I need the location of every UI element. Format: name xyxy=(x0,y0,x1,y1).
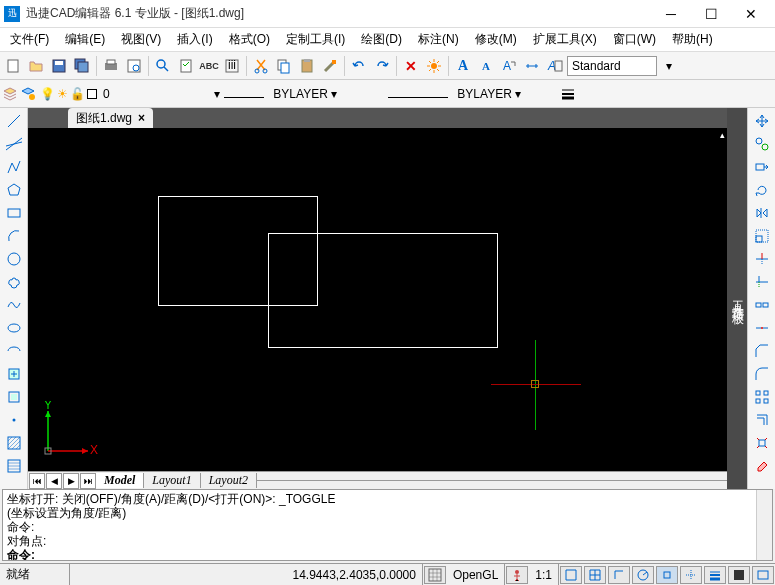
gradient-tool[interactable] xyxy=(3,455,25,477)
move-tool[interactable] xyxy=(751,110,773,132)
tab-nav-last[interactable]: ⏭ xyxy=(80,473,96,489)
polyline-tool[interactable] xyxy=(3,156,25,178)
ellipse-tool[interactable] xyxy=(3,317,25,339)
text-style-button[interactable]: A xyxy=(498,55,520,77)
model-tab[interactable]: Model xyxy=(96,473,144,488)
ortho-toggle[interactable] xyxy=(608,566,630,584)
trim-tool[interactable] xyxy=(751,248,773,270)
status-renderer[interactable]: OpenGL xyxy=(447,564,505,585)
extend-tool[interactable] xyxy=(751,271,773,293)
command-scrollbar[interactable] xyxy=(756,490,772,560)
menu-window[interactable]: 窗口(W) xyxy=(607,29,662,50)
mtext-button[interactable]: A xyxy=(544,55,566,77)
join-tool[interactable] xyxy=(751,317,773,339)
explode-button[interactable] xyxy=(423,55,445,77)
minimize-button[interactable]: ─ xyxy=(651,0,691,28)
menu-insert[interactable]: 插入(I) xyxy=(171,29,218,50)
ellipse-arc-tool[interactable] xyxy=(3,340,25,362)
menu-annotate[interactable]: 标注(N) xyxy=(412,29,465,50)
offset-tool[interactable] xyxy=(751,409,773,431)
mirror-tool[interactable] xyxy=(751,202,773,224)
open-file-button[interactable] xyxy=(25,55,47,77)
print-preview-button[interactable] xyxy=(123,55,145,77)
line-tool[interactable] xyxy=(3,110,25,132)
erase-tool[interactable] xyxy=(751,455,773,477)
array-tool[interactable] xyxy=(751,386,773,408)
arc-tool[interactable] xyxy=(3,225,25,247)
revcloud-tool[interactable] xyxy=(3,271,25,293)
match-props-button[interactable] xyxy=(319,55,341,77)
chamfer-tool[interactable] xyxy=(751,340,773,362)
layer-manager-button[interactable] xyxy=(2,86,18,102)
erase-button[interactable]: ✕ xyxy=(400,55,422,77)
snap-grid-button[interactable] xyxy=(424,566,446,584)
stretch-tool[interactable] xyxy=(751,156,773,178)
menu-extend-tool[interactable]: 扩展工具(X) xyxy=(527,29,603,50)
tablet-toggle[interactable] xyxy=(752,566,774,584)
text-aa-button[interactable]: A xyxy=(475,55,497,77)
polygon-tool[interactable] xyxy=(3,179,25,201)
copy-button[interactable] xyxy=(273,55,295,77)
redo-button[interactable] xyxy=(371,55,393,77)
polar-toggle[interactable] xyxy=(632,566,654,584)
rectangle-tool[interactable] xyxy=(3,202,25,224)
fillet-tool[interactable] xyxy=(751,363,773,385)
document-tab[interactable]: 图纸1.dwg × xyxy=(68,108,153,129)
menu-custom-tool[interactable]: 定制工具(I) xyxy=(280,29,351,50)
paste-button[interactable] xyxy=(296,55,318,77)
linetype-combo[interactable]: BYLAYER ▾ xyxy=(224,87,384,101)
spell-check-button[interactable]: ABC xyxy=(198,55,220,77)
layout2-tab[interactable]: Layout2 xyxy=(201,473,257,488)
tool-palette-panel[interactable]: 工具选项板 xyxy=(727,108,747,489)
grid-toggle[interactable] xyxy=(584,566,606,584)
text-style-combo[interactable]: Standard xyxy=(567,56,657,76)
command-text[interactable]: 坐标打开: 关闭(OFF)/角度(A)/距离(D)/<打开(ON)>: _TOG… xyxy=(3,490,756,560)
tab-nav-first[interactable]: ⏮ xyxy=(29,473,45,489)
menu-help[interactable]: 帮助(H) xyxy=(666,29,719,50)
menu-edit[interactable]: 编辑(E) xyxy=(59,29,111,50)
menu-modify[interactable]: 修改(M) xyxy=(469,29,523,50)
print-button[interactable] xyxy=(100,55,122,77)
cut-button[interactable] xyxy=(250,55,272,77)
snap-toggle[interactable] xyxy=(560,566,582,584)
lineweight-toggle-button[interactable] xyxy=(560,86,576,102)
close-button[interactable]: ✕ xyxy=(731,0,771,28)
lwt-toggle[interactable] xyxy=(704,566,726,584)
new-file-button[interactable] xyxy=(2,55,24,77)
xline-tool[interactable] xyxy=(3,133,25,155)
otrack-toggle[interactable] xyxy=(680,566,702,584)
undo-button[interactable] xyxy=(348,55,370,77)
rotate-tool[interactable] xyxy=(751,179,773,201)
menu-file[interactable]: 文件(F) xyxy=(4,29,55,50)
tab-nav-prev[interactable]: ◀ xyxy=(46,473,62,489)
make-block-tool[interactable] xyxy=(3,386,25,408)
circle-tool[interactable] xyxy=(3,248,25,270)
point-tool[interactable] xyxy=(3,409,25,431)
scale-tool[interactable] xyxy=(751,225,773,247)
break-tool[interactable] xyxy=(751,294,773,316)
layout1-tab[interactable]: Layout1 xyxy=(144,473,200,488)
explode-tool[interactable] xyxy=(751,432,773,454)
maximize-button[interactable]: ☐ xyxy=(691,0,731,28)
spline-tool[interactable] xyxy=(3,294,25,316)
audit-button[interactable] xyxy=(175,55,197,77)
tab-close-button[interactable]: × xyxy=(138,111,145,125)
model-toggle[interactable] xyxy=(728,566,750,584)
text-a-button[interactable]: A xyxy=(452,55,474,77)
save-button[interactable] xyxy=(48,55,70,77)
copy-tool[interactable] xyxy=(751,133,773,155)
menu-draw[interactable]: 绘图(D) xyxy=(355,29,408,50)
save-all-button[interactable] xyxy=(71,55,93,77)
lineweight-combo[interactable]: BYLAYER ▾ xyxy=(388,87,558,101)
drawing-canvas[interactable]: Y X ▴ xyxy=(28,128,727,471)
status-ratio[interactable]: 1:1 xyxy=(529,564,559,585)
tab-nav-next[interactable]: ▶ xyxy=(63,473,79,489)
layer-states-button[interactable] xyxy=(20,86,36,102)
menu-view[interactable]: 视图(V) xyxy=(115,29,167,50)
dropdown-icon[interactable]: ▾ xyxy=(658,55,680,77)
command-window[interactable]: 坐标打开: 关闭(OFF)/角度(A)/距离(D)/<打开(ON)>: _TOG… xyxy=(2,489,773,561)
osnap-toggle[interactable] xyxy=(656,566,678,584)
hatch-tool[interactable] xyxy=(3,432,25,454)
dim-style-button[interactable] xyxy=(521,55,543,77)
insert-block-tool[interactable] xyxy=(3,363,25,385)
